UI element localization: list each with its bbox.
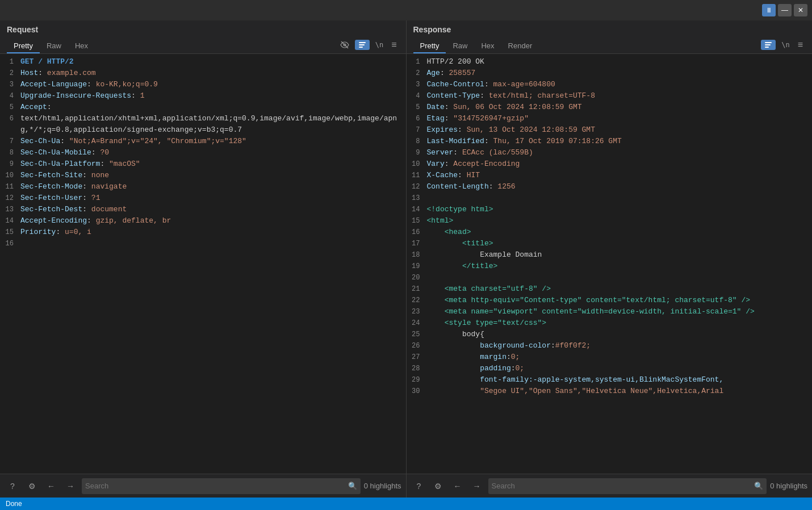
line-number: 2 [407,68,427,79]
response-panel: Response Pretty Raw Hex Render [407,20,813,498]
response-tabs-row: Pretty Raw Hex Render \n ≡ [413,39,806,53]
line-number: 12 [0,193,20,204]
line-content [20,238,406,249]
line-number: 26 [407,340,427,352]
response-search-submit[interactable]: 🔍 [754,482,763,490]
line-number: 8 [407,136,427,147]
response-menu-icon-button[interactable]: ≡ [796,39,805,51]
request-highlights-badge: 0 highlights [364,482,401,490]
tab-request-raw[interactable]: Raw [40,39,68,53]
request-bottom-bar: ? ⚙ ← → 🔍 0 highlights [0,474,406,498]
tab-request-hex[interactable]: Hex [68,39,95,53]
response-search-input[interactable] [492,482,755,490]
response-panel-header: Response Pretty Raw Hex Render [407,20,813,54]
request-search-input[interactable] [85,482,348,490]
line-content: HTTP/2 200 OK [427,56,813,68]
request-tab-actions: \n ≡ [338,39,399,53]
response-newline-icon-button[interactable]: \n [779,40,792,50]
line-number: 28 [407,363,427,374]
tab-response-render[interactable]: Render [501,39,539,53]
method: GET / HTTP/2 [20,57,74,66]
response-forward-button[interactable]: → [469,478,485,494]
line-number: 5 [407,102,427,113]
panels-wrap: Request Pretty Raw Hex [0,20,812,498]
line-content: Upgrade-Insecure-Requests: 1 [20,90,406,102]
top-bar: ⏸ — ✕ [0,0,812,20]
table-row: 26 background-color:#f0f0f2; [407,340,813,352]
line-content: Sec-Ch-Ua-Platform: "macOS" [20,158,406,170]
table-row: 11X-Cache: HIT [407,170,813,181]
request-panel: Request Pretty Raw Hex [0,20,407,498]
html-text: Example Domain [480,250,542,259]
header-name: Sec-Fetch-Mode [20,182,82,191]
line-content: Sec-Fetch-Site: none [20,170,406,181]
response-help-button[interactable]: ? [411,478,427,494]
header-value: 1256 [497,182,515,191]
line-content: </title> [427,261,813,272]
pause-button[interactable]: ⏸ [762,4,776,16]
status-bar: Done [0,498,812,510]
response-tab-actions: \n ≡ [761,39,805,53]
line-content: font-family:-apple-system,system-ui,Blin… [427,374,813,386]
response-wrap-icon-button[interactable] [761,40,776,50]
minimize-button[interactable]: — [778,4,792,16]
request-search-submit[interactable]: 🔍 [348,482,357,490]
line-content: padding:0; [427,363,813,374]
request-tabs: Pretty Raw Hex [7,39,95,53]
line-content: <html> [427,215,813,227]
html-meta: <meta charset="utf-8" /> [445,285,551,293]
line-number: 1 [0,56,20,68]
html-tag: <!doctype html> [427,205,493,214]
tab-request-pretty[interactable]: Pretty [7,39,40,53]
wrap-icon-button[interactable] [355,40,370,50]
tab-response-hex[interactable]: Hex [474,39,501,53]
request-forward-button[interactable]: → [62,478,78,494]
response-settings-button[interactable]: ⚙ [430,478,446,494]
header-sep: : [453,148,462,157]
table-row: 25 body{ [407,329,813,340]
header-value: 258557 [449,69,476,77]
header-name: Sec-Ch-Ua-Platform [20,160,100,168]
line-content: <meta name="viewport" content="width=dev… [427,306,813,317]
close-button[interactable]: ✕ [794,4,807,16]
menu-icon-button[interactable]: ≡ [389,39,399,51]
table-row: 21 <meta charset="utf-8" /> [407,283,813,295]
table-row: 2Age: 258557 [407,68,813,79]
header-value: ?1 [91,194,101,202]
line-number: 5 [0,102,20,113]
line-number: 29 [407,374,427,386]
line-content: Accept-Encoding: gzip, deflate, br [20,215,406,227]
table-row: 14<!doctype html> [407,204,813,215]
line-number: 9 [407,147,427,158]
header-sep: : [131,91,140,100]
header-name: Upgrade-Insecure-Requests [20,91,131,100]
tab-response-pretty[interactable]: Pretty [413,39,446,53]
header-sep: : [87,216,96,225]
header-name: Server [427,148,454,157]
header-name: Accept [20,103,47,111]
line-number: 10 [0,170,20,181]
table-row: 16 <head> [407,227,813,238]
table-row: 6Etag: "3147526947+gzip" [407,113,813,124]
request-help-button[interactable]: ? [5,478,20,494]
header-value: HIT [467,171,480,179]
css-property: background-color [480,341,551,350]
eye-icon-button[interactable] [338,39,351,51]
request-back-button[interactable]: ← [43,478,59,494]
request-settings-button[interactable]: ⚙ [24,478,40,494]
header-value: max-age=604800 [493,80,555,89]
css-value: 0; [516,364,525,373]
response-back-button[interactable]: ← [450,478,466,494]
header-sep: : [489,182,498,191]
tab-response-raw[interactable]: Raw [446,39,474,53]
request-code-area[interactable]: 1GET / HTTP/22Host: example.com3Accept-L… [0,54,406,474]
newline-icon-button[interactable]: \n [373,40,386,50]
html-tag: <title> [462,239,493,248]
response-code-area[interactable]: 1HTTP/2 200 OK2Age: 2585573Cache-Control… [407,54,813,474]
css-selector: body{ [462,330,484,338]
table-row: 30 "Segoe UI","Open Sans","Helvetica Neu… [407,386,813,397]
line-number: 3 [0,79,20,90]
line-number: 27 [407,352,427,363]
header-name: Date [427,103,445,111]
css-property: padding [480,364,511,373]
